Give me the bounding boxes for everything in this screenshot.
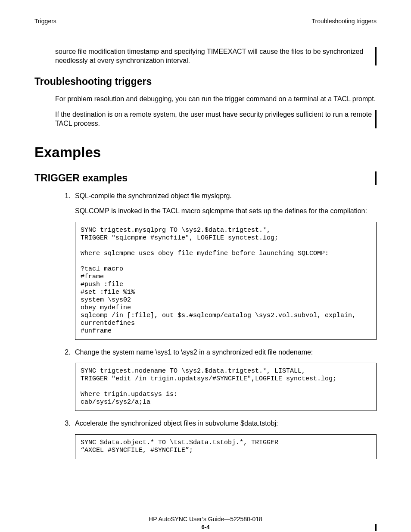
footer-page-number: 6-4 xyxy=(34,523,377,531)
example-lead: SQL-compile the synchronized object file… xyxy=(75,191,377,201)
heading-troubleshooting: Troubleshooting triggers xyxy=(34,75,377,88)
code-block: SYNC $data.object.* TO \tst.$data.tstobj… xyxy=(75,434,377,459)
example-lead: Accelerate the synchronized object files… xyxy=(75,419,377,428)
heading-trigger-examples: TRIGGER examples xyxy=(34,171,377,185)
troubleshoot-p2: If the destination is on a remote system… xyxy=(55,110,377,128)
change-bar-icon xyxy=(375,524,377,531)
footer-title: HP AutoSYNC User’s Guide—522580-018 xyxy=(34,515,377,523)
page-footer: HP AutoSYNC User’s Guide—522580-018 6-4 xyxy=(34,515,377,531)
code-block: SYNC trigtest.mysqlprg TO \sys2.$data.tr… xyxy=(75,222,377,340)
heading-examples: Examples xyxy=(34,143,377,162)
header-right: Troubleshooting triggers xyxy=(312,17,377,25)
running-header: Triggers Troubleshooting triggers xyxy=(34,17,377,25)
troubleshoot-p1: For problem resolution and debugging, yo… xyxy=(55,94,377,104)
page-content: source file modification timestamp and s… xyxy=(34,47,377,459)
code-block: SYNC trigtest.nodename TO \sys2.$data.tr… xyxy=(75,363,377,411)
intro-paragraph: source file modification timestamp and s… xyxy=(55,47,377,65)
example-item: SQL-compile the synchronized object file… xyxy=(72,191,377,340)
header-left: Triggers xyxy=(34,17,56,25)
examples-list: SQL-compile the synchronized object file… xyxy=(55,191,377,459)
example-item: Change the system name \sys1 to \sys2 in… xyxy=(72,348,377,411)
example-item: Accelerate the synchronized object files… xyxy=(72,419,377,459)
example-desc: SQLCOMP is invoked in the TACL macro sql… xyxy=(75,206,377,216)
example-lead: Change the system name \sys1 to \sys2 in… xyxy=(75,348,377,357)
